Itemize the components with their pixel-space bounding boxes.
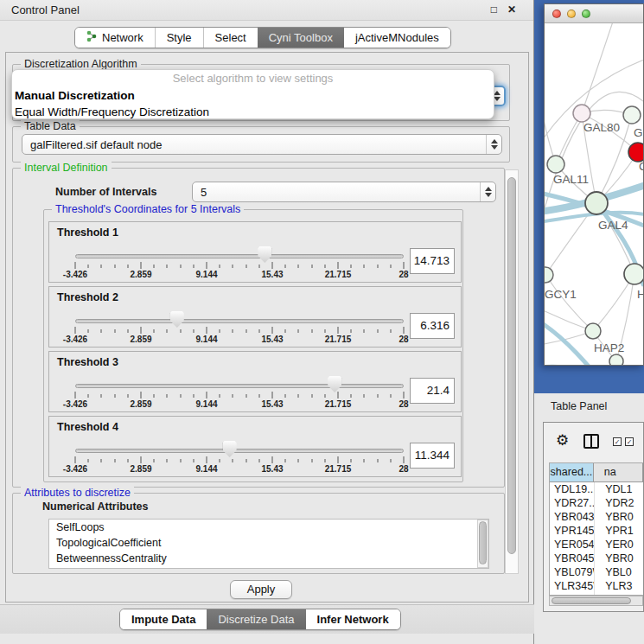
group-title: Discretization Algorithm — [21, 58, 141, 70]
slider-thumb[interactable] — [258, 246, 271, 263]
threshold-value-field[interactable]: 14.713 — [410, 248, 455, 274]
control-panel: Control Panel □ ✕ Network Style Select C… — [0, 0, 534, 644]
zoom-traffic-light-icon[interactable] — [582, 10, 590, 18]
threshold-slider[interactable]: -3.4262.8599.14415.4321.71528 — [75, 417, 404, 476]
num-intervals-combobox[interactable]: 5 — [192, 182, 496, 202]
slider-thumb[interactable] — [328, 376, 341, 392]
control-panel-titlebar: Control Panel □ ✕ — [0, 0, 533, 21]
group-title: Attributes to discretize — [21, 487, 134, 499]
slider-ticks — [75, 327, 404, 335]
slider-thumb[interactable] — [170, 311, 184, 328]
network-window-titlebar[interactable] — [545, 4, 643, 23]
table-row[interactable]: YDR27...YDR2 — [550, 496, 643, 510]
threshold-panel-3: Threshold 3 -3.4262.8599.14415.4321.7152… — [48, 351, 462, 412]
node-gal11[interactable] — [547, 156, 564, 173]
slider-ticks — [75, 456, 404, 464]
tab-discretize-data[interactable]: Discretize Data — [207, 609, 305, 629]
popup-placeholder: Select algorithm to view settings — [12, 70, 494, 87]
algorithm-dropdown-popup: Select algorithm to view settings Manual… — [11, 69, 494, 119]
threshold-value-field[interactable]: 11.344 — [410, 443, 455, 469]
table-panel-title: Table Panel — [551, 400, 607, 412]
column-header-name[interactable]: na — [594, 463, 643, 481]
close-traffic-light-icon[interactable] — [552, 10, 561, 18]
gear-icon[interactable]: ⚙ — [556, 432, 569, 450]
threshold-value-field[interactable]: 6.316 — [410, 313, 455, 339]
node-label: GAL80 — [583, 121, 620, 134]
node-green-top-right[interactable] — [623, 106, 641, 124]
slider-track[interactable] — [75, 254, 404, 258]
apply-button[interactable]: Apply — [230, 580, 292, 599]
minimize-traffic-light-icon[interactable] — [567, 10, 576, 18]
tab-impute-data[interactable]: Impute Data — [120, 609, 207, 629]
table-toolbar: ⚙ ✓ ✓ — [544, 423, 643, 461]
tab-infer-network[interactable]: Infer Network — [306, 609, 400, 629]
node-label: G. — [634, 126, 643, 139]
slider-scale-labels: -3.4262.8599.14415.4321.71528 — [75, 270, 404, 280]
table-row[interactable]: YER054CYER0 — [550, 538, 643, 552]
slider-track[interactable] — [75, 449, 404, 453]
tab-style[interactable]: Style — [155, 28, 203, 48]
slider-ticks — [75, 392, 404, 399]
table-row[interactable]: YBR045CYBR0 — [550, 552, 643, 565]
tab-jactivemnodules[interactable]: jActiveMNodules — [344, 28, 450, 48]
table-horizontal-scrollbar[interactable] — [549, 596, 643, 606]
threshold-slider[interactable]: -3.4262.8599.14415.4321.71528 — [75, 352, 404, 411]
table-row[interactable]: YBL079WYBL0 — [550, 565, 643, 579]
table-panel-window: ⚙ ✓ ✓ shared... na YDL19...YDL1YDR27...Y… — [543, 422, 644, 612]
list-item[interactable]: BetweennessCentrality — [49, 551, 488, 566]
table-row[interactable]: YBR043CYBR0 — [550, 510, 643, 524]
node-label: GAL11 — [553, 173, 589, 186]
slider-track[interactable] — [75, 319, 404, 323]
node-label: C — [639, 160, 643, 173]
tab-label: Impute Data — [131, 613, 195, 626]
combo-value: 5 — [201, 186, 207, 199]
tab-select[interactable]: Select — [203, 28, 258, 48]
slider-thumb[interactable] — [223, 441, 237, 457]
network-canvas[interactable]: GAL80 G. GAL11 C GAL4 GCY1 H HAP2 — [545, 23, 643, 365]
checkbox-icon[interactable]: ✓ — [613, 437, 622, 446]
slider-scale-labels: -3.4262.8599.14415.4321.71528 — [75, 335, 404, 345]
group-title: Interval Definition — [21, 162, 112, 174]
table-data-combobox[interactable]: galFiltered.sif default node — [22, 134, 502, 155]
table-row[interactable]: YPR145WYPR1 — [550, 524, 643, 538]
tab-label: Select — [215, 31, 246, 44]
close-icon[interactable]: ✕ — [507, 3, 516, 16]
tab-label: Style — [167, 31, 192, 44]
float-window-icon[interactable]: □ — [491, 3, 497, 16]
threshold-value-field[interactable]: 21.4 — [410, 378, 455, 404]
panel-scrollbar[interactable] — [505, 169, 519, 574]
threshold-slider[interactable]: -3.4262.8599.14415.4321.71528 — [75, 222, 404, 282]
group-title: Threshold's Coordinates for 5 Intervals — [52, 203, 244, 215]
node-label: H — [637, 288, 643, 301]
list-scrollbar[interactable] — [477, 520, 488, 568]
tab-cyni-toolbox[interactable]: Cyni Toolbox — [258, 28, 344, 48]
node-bottom-partial[interactable] — [609, 354, 623, 365]
combo-stepper-icon[interactable] — [486, 135, 501, 154]
slider-track[interactable] — [75, 384, 404, 388]
node-red-selected[interactable] — [628, 143, 643, 162]
popup-option-equal-width-frequency[interactable]: Equal Width/Frequency Discretization — [12, 104, 494, 119]
popup-option-manual-discretization[interactable]: Manual Discretization — [12, 87, 494, 104]
checkbox-icon[interactable]: ✓ — [625, 437, 634, 446]
list-item[interactable]: SelfLoops — [49, 520, 488, 535]
node-gal80[interactable] — [573, 105, 590, 122]
numerical-attributes-list[interactable]: SelfLoopsTopologicalCoefficientBetweenne… — [48, 519, 489, 569]
threshold-slider[interactable]: -3.4262.8599.14415.4321.71528 — [75, 287, 404, 347]
table-row[interactable]: YLR345WYLR3 — [550, 579, 643, 593]
column-header-shared-name[interactable]: shared... — [550, 463, 594, 481]
list-item[interactable]: TopologicalCoefficient — [49, 535, 488, 551]
combo-stepper-icon[interactable] — [480, 182, 495, 201]
tab-network[interactable]: Network — [75, 28, 155, 48]
node-label: HAP2 — [594, 341, 624, 354]
tab-label: Cyni Toolbox — [269, 31, 333, 44]
node-h[interactable] — [624, 264, 643, 284]
network-view-window: GAL80 G. GAL11 C GAL4 GCY1 H HAP2 — [544, 3, 644, 366]
node-gcy1[interactable] — [545, 267, 553, 283]
column-layout-icon[interactable] — [583, 434, 599, 449]
bottom-tabbar: Impute Data Discretize Data Infer Networ… — [119, 609, 401, 630]
node-hap2[interactable] — [585, 323, 601, 339]
tab-label: Infer Network — [317, 613, 389, 626]
node-table: shared... na YDL19...YDL1YDR27...YDR2YBR… — [549, 462, 643, 596]
table-row[interactable]: YDL19...YDL1 — [550, 482, 643, 496]
node-gal4[interactable] — [585, 192, 608, 214]
